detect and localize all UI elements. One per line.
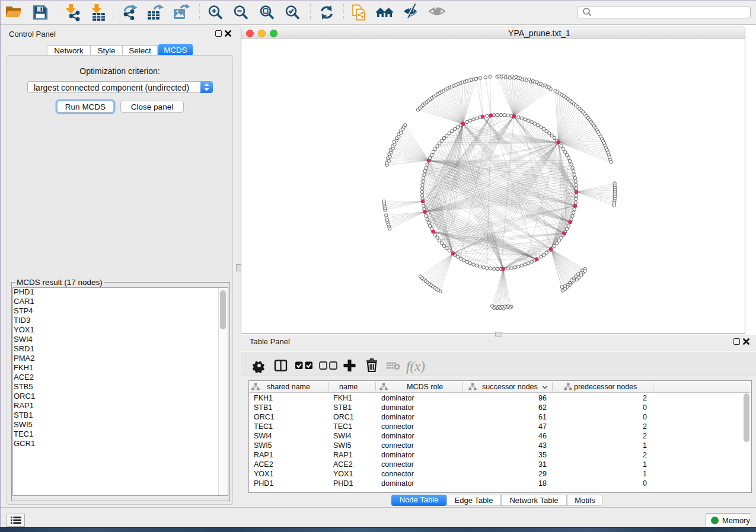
- svg-text:f(x): f(x): [406, 359, 425, 374]
